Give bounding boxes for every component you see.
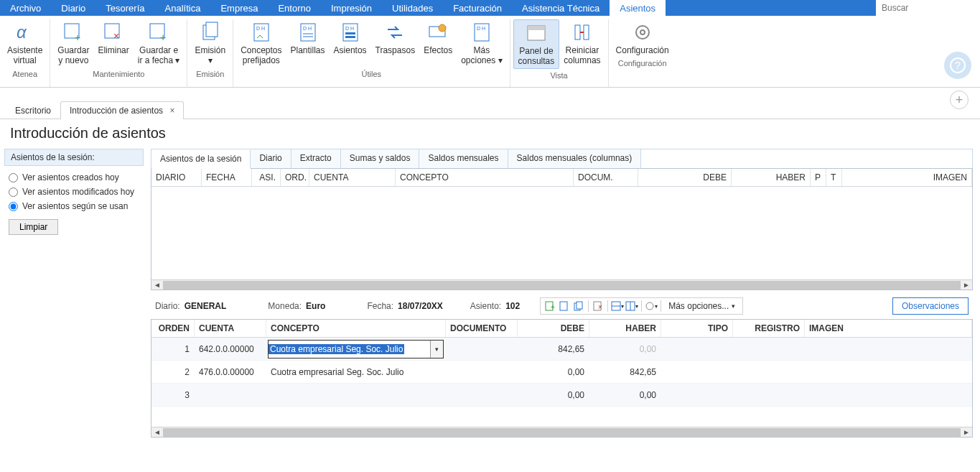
menu-utilidades[interactable]: Utilidades bbox=[382, 0, 443, 16]
asistente-virtual-button[interactable]: α Asistente virtual bbox=[3, 19, 47, 68]
help-button[interactable]: ? bbox=[944, 52, 971, 79]
tb-doc-icon[interactable] bbox=[558, 300, 571, 313]
cell-orden[interactable]: 3 bbox=[151, 387, 195, 403]
radio-input[interactable] bbox=[9, 202, 18, 211]
guardar-fecha-button[interactable]: + Guardar e ir a fecha ▾ bbox=[134, 19, 185, 68]
table-row[interactable]: 2 476.0.0.00000 Cuotra empresarial Seg. … bbox=[151, 361, 972, 384]
col-imagen[interactable]: IMAGEN bbox=[805, 320, 972, 337]
table-row[interactable]: 1 642.0.0.00000 Cuotra empresarial Seg. … bbox=[151, 338, 972, 361]
eliminar-button[interactable]: × Eliminar bbox=[93, 19, 133, 68]
cell-documento[interactable] bbox=[446, 369, 518, 375]
scroll-track[interactable] bbox=[163, 428, 961, 437]
col-t[interactable]: T bbox=[826, 169, 842, 186]
cell-tipo[interactable] bbox=[661, 369, 733, 375]
scroll-left-icon[interactable]: ◄ bbox=[151, 428, 163, 436]
efectos-button[interactable]: Efectos bbox=[419, 19, 457, 68]
cell-imagen[interactable] bbox=[805, 346, 972, 352]
col-p[interactable]: P bbox=[811, 169, 826, 186]
menu-archivo[interactable]: Archivo bbox=[0, 0, 51, 16]
subtab-asientos-sesion[interactable]: Asientos de la sesión bbox=[151, 150, 251, 169]
menu-analitica[interactable]: Analítica bbox=[155, 0, 211, 16]
subtab-saldos-mensuales[interactable]: Saldos mensuales bbox=[419, 149, 508, 168]
horizontal-scrollbar[interactable]: ◄ ► bbox=[151, 427, 972, 437]
col-diario[interactable]: DIARIO bbox=[151, 169, 202, 186]
tb-grid1-icon[interactable]: ▾ bbox=[611, 300, 624, 313]
cell-orden[interactable]: 2 bbox=[151, 364, 195, 380]
menu-impresion[interactable]: Impresión bbox=[321, 0, 382, 16]
guardar-nuevo-button[interactable]: + Guardar y nuevo bbox=[53, 19, 93, 68]
scroll-left-icon[interactable]: ◄ bbox=[151, 281, 163, 289]
cell-debe[interactable]: 842,65 bbox=[518, 341, 589, 357]
scroll-thumb[interactable] bbox=[163, 281, 961, 290]
scroll-track[interactable] bbox=[163, 281, 961, 290]
subtab-saldos-mensuales-col[interactable]: Saldos mensuales (columnas) bbox=[508, 149, 642, 168]
cell-haber[interactable]: 842,65 bbox=[589, 364, 661, 380]
cell-tipo[interactable] bbox=[661, 346, 733, 352]
scroll-right-icon[interactable]: ► bbox=[961, 281, 972, 289]
table-body[interactable] bbox=[151, 187, 972, 279]
emision-button[interactable]: Emisión ▾ bbox=[190, 19, 230, 68]
concepto-input[interactable]: Cuotra empresarial Seg. Soc. Julio ▾ bbox=[268, 340, 444, 358]
col-docum[interactable]: DOCUM. bbox=[574, 169, 638, 186]
configuracion-button[interactable]: Configuración bbox=[612, 19, 673, 57]
col-ord[interactable]: ORD. bbox=[281, 169, 309, 186]
search-input[interactable] bbox=[876, 0, 980, 16]
tab-escritorio[interactable]: Escritorio bbox=[6, 101, 60, 119]
cell-imagen[interactable] bbox=[805, 392, 972, 398]
table-row[interactable]: 3 0,00 0,00 bbox=[151, 384, 972, 407]
cell-concepto[interactable]: Cuotra empresarial Seg. Soc. Julio bbox=[266, 364, 446, 380]
col-tipo[interactable]: TIPO bbox=[661, 320, 733, 337]
dropdown-button[interactable]: ▾ bbox=[430, 341, 443, 358]
asientos-button[interactable]: D H Asientos bbox=[330, 19, 371, 68]
cell-debe[interactable]: 0,00 bbox=[518, 364, 589, 380]
menu-diario[interactable]: Diario bbox=[51, 0, 95, 16]
tb-delete-icon[interactable]: × bbox=[592, 300, 605, 313]
cell-imagen[interactable] bbox=[805, 369, 972, 375]
cell-debe[interactable]: 0,00 bbox=[518, 387, 589, 403]
col-orden[interactable]: ORDEN bbox=[151, 320, 195, 337]
tab-introduccion-asientos[interactable]: Introducción de asientos × bbox=[60, 101, 184, 119]
tb-new-icon[interactable]: + bbox=[543, 300, 556, 313]
reiniciar-columnas-button[interactable]: Reiniciar columnas bbox=[559, 19, 605, 69]
col-haber[interactable]: HABER bbox=[732, 169, 811, 186]
tb-settings-icon[interactable]: ▾ bbox=[645, 300, 658, 313]
cell-cuenta[interactable]: 642.0.0.00000 bbox=[195, 341, 266, 357]
menu-facturacion[interactable]: Facturación bbox=[443, 0, 512, 16]
cell-haber[interactable]: 0,00 bbox=[589, 387, 661, 403]
mas-opciones-dropdown[interactable]: Más opciones... ▾ bbox=[664, 301, 739, 311]
col-cuenta[interactable]: CUENTA bbox=[309, 169, 396, 186]
scroll-right-icon[interactable]: ► bbox=[961, 428, 972, 436]
panel-consultas-button[interactable]: Panel de consultas bbox=[513, 19, 560, 69]
cell-orden[interactable]: 1 bbox=[151, 341, 195, 357]
observaciones-button[interactable]: Observaciones bbox=[892, 297, 969, 315]
cell-registro[interactable] bbox=[733, 369, 805, 375]
tb-copy-icon[interactable] bbox=[572, 300, 585, 313]
col-registro[interactable]: REGISTRO bbox=[733, 320, 805, 337]
radio-input[interactable] bbox=[9, 188, 18, 197]
col-documento[interactable]: DOCUMENTO bbox=[446, 320, 518, 337]
col-asi[interactable]: ASI. bbox=[252, 169, 281, 186]
menu-tesoreria[interactable]: Tesorería bbox=[95, 0, 154, 16]
col-concepto[interactable]: CONCEPTO bbox=[396, 169, 574, 186]
cell-cuenta[interactable]: 476.0.0.00000 bbox=[195, 364, 266, 380]
conceptos-prefijados-button[interactable]: D H Conceptos prefijados bbox=[236, 19, 286, 68]
col-haber[interactable]: HABER bbox=[589, 320, 661, 337]
cell-concepto[interactable] bbox=[266, 392, 446, 398]
menu-asientos[interactable]: Asientos bbox=[610, 0, 666, 16]
horizontal-scrollbar[interactable]: ◄ ► bbox=[151, 279, 972, 290]
cell-documento[interactable] bbox=[446, 392, 518, 398]
close-icon[interactable]: × bbox=[169, 106, 174, 116]
cell-haber[interactable]: 0,00 bbox=[589, 341, 661, 357]
cell-documento[interactable] bbox=[446, 346, 518, 352]
radio-segun-se-usan[interactable]: Ver asientos según se usan bbox=[4, 199, 144, 213]
col-fecha[interactable]: FECHA bbox=[202, 169, 252, 186]
radio-input[interactable] bbox=[9, 173, 18, 182]
traspasos-button[interactable]: Traspasos bbox=[371, 19, 420, 68]
cell-registro[interactable] bbox=[733, 346, 805, 352]
plantillas-button[interactable]: D H Plantillas bbox=[286, 19, 330, 68]
col-concepto[interactable]: CONCEPTO bbox=[266, 320, 446, 337]
menu-asistencia[interactable]: Asistencia Técnica bbox=[512, 0, 610, 16]
add-button[interactable]: + bbox=[950, 91, 969, 109]
cell-tipo[interactable] bbox=[661, 392, 733, 398]
cell-cuenta[interactable] bbox=[195, 392, 266, 398]
